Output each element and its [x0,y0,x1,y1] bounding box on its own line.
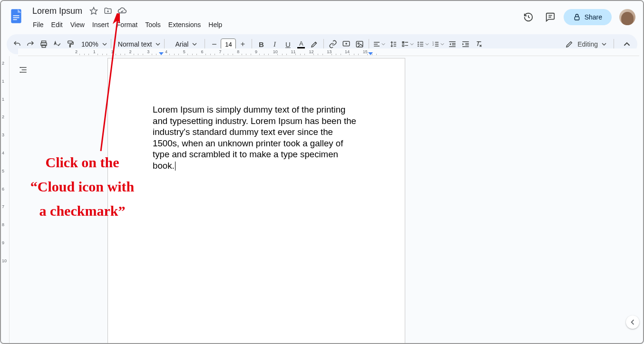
outline-toggle-icon[interactable] [16,63,30,77]
svg-marker-5 [90,8,98,14]
cloud-check-icon[interactable] [117,5,128,17]
menu-help[interactable]: Help [205,19,225,30]
menu-tools[interactable]: Tools [142,19,164,30]
menu-bar: File Edit View Insert Format Tools Exten… [29,18,520,31]
horizontal-ruler[interactable]: 21123456789101112131415 [18,48,639,56]
svg-point-26 [418,42,419,43]
menu-view[interactable]: View [67,19,88,30]
explore-chevron-icon[interactable] [626,315,639,329]
ruler-tick: 6 [201,49,204,54]
document-canvas: Lorem Ipsum is simply dummy text of the … [10,56,639,343]
svg-point-27 [418,44,419,45]
ruler-tick: 2 [75,49,78,54]
ruler-tick: 2 [129,49,131,54]
ruler-tick: 1 [2,97,4,102]
docs-logo[interactable] [7,7,26,26]
ruler-tick: 3 [147,49,149,54]
share-button[interactable]: Share [564,9,612,25]
ruler-tick: 1 [111,49,114,54]
menu-format[interactable]: Format [113,19,141,30]
ruler-tick: 8 [2,222,4,227]
account-avatar[interactable] [619,9,635,25]
comments-icon[interactable] [542,9,559,26]
star-icon[interactable] [88,5,99,17]
mode-label: Editing [577,40,598,48]
header-right: Share [520,9,637,26]
svg-rect-8 [575,17,579,20]
ruler-tick: 7 [2,204,4,209]
ruler-tick: 3 [2,133,4,137]
svg-point-28 [418,46,419,47]
svg-rect-2 [13,15,19,16]
svg-point-15 [358,43,360,44]
ruler-tick: 10 [2,258,7,263]
document-page[interactable]: Lorem Ipsum is simply dummy text of the … [107,58,405,343]
svg-rect-24 [402,45,404,46]
ruler-tick: 9 [2,240,4,245]
svg-rect-4 [13,19,17,20]
svg-rect-31 [420,46,423,46]
svg-rect-29 [420,42,423,42]
chevron-down-icon [602,42,606,47]
svg-rect-30 [420,44,423,44]
menu-insert[interactable]: Insert [89,19,112,30]
share-label: Share [585,13,602,21]
svg-text:2: 2 [433,44,434,46]
menu-extensions[interactable]: Extensions [165,19,204,30]
title-area: Lorem Ipsum File Edit View Insert Format… [29,5,520,31]
ruler-tick: 1 [93,49,96,54]
ruler-tick: 1 [2,79,4,84]
ruler-tick: 4 [165,49,167,54]
ruler-tick: 4 [2,151,4,155]
document-title[interactable]: Lorem Ipsum [29,6,85,17]
document-body-text[interactable]: Lorem Ipsum is simply dummy text of the … [153,104,360,171]
svg-rect-12 [68,41,72,43]
svg-point-48 [20,67,20,68]
pencil-icon [565,40,574,48]
svg-rect-3 [13,17,19,18]
ruler-tick: 2 [2,115,4,119]
svg-rect-14 [357,41,363,47]
ruler-tick: 2 [2,61,4,66]
ruler-tick: 6 [2,187,4,191]
text-cursor [175,162,176,171]
menu-file[interactable]: File [29,19,47,30]
menu-edit[interactable]: Edit [48,19,66,30]
ruler-tick: 5 [183,49,185,54]
app-header: Lorem Ipsum File Edit View Insert Format… [1,1,643,31]
move-folder-icon[interactable] [102,5,114,17]
svg-point-49 [20,72,20,73]
ruler-tick: 8 [237,49,239,54]
ruler-tick: 7 [219,49,221,54]
vertical-ruler[interactable]: 2112345678910 [1,56,10,343]
ruler-tick: 5 [2,169,4,173]
history-icon[interactable] [520,9,537,26]
ruler-tick: 9 [255,49,257,54]
